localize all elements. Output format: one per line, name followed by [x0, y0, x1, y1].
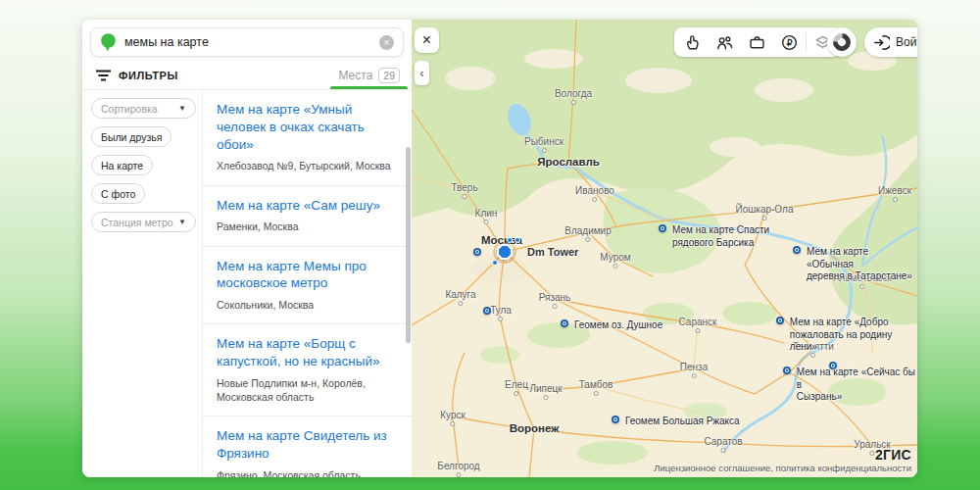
result-title: Мем на карте Свидетель из Фрязино [217, 427, 394, 463]
meme-marker-label: Геомем Большая Ржакса [625, 416, 740, 428]
svg-text:₽: ₽ [787, 37, 793, 47]
result-address: Раменки, Москва [217, 220, 394, 233]
result-address: Хлебозавод №9, Бутырский, Москва [217, 159, 394, 172]
2gis-wordmark[interactable]: 2ГИС [654, 447, 911, 463]
map-city-label: Саранск [679, 317, 717, 333]
map-city-label: Липецк [529, 383, 562, 400]
map-city-label: Вологда [555, 88, 592, 105]
hand-icon[interactable] [676, 27, 709, 57]
search-result-item[interactable]: Мем на карте «Борщ с капусткой, но не кр… [203, 323, 412, 416]
meme-marker-barsik[interactable]: Мем на карте Спасти рядового Барсика [659, 224, 769, 249]
poi-label-dm-tower[interactable]: Dm Tower [527, 246, 578, 258]
traffic-ring-icon [829, 29, 854, 54]
filters-label: ФИЛЬТРЫ [119, 70, 178, 81]
meme-marker-dushnoe[interactable]: Геомем оз. Душное [561, 319, 662, 332]
results-list: Мем на карте «Умный человек в очках скач… [202, 90, 412, 477]
meme-dot-marker[interactable] [507, 237, 513, 243]
map-city-label: Калуга [445, 289, 475, 306]
map-city-label: Клин [475, 208, 498, 224]
active-tab-indicator [330, 86, 408, 89]
meme-marker-tatarstan[interactable]: Мем на карте «Обычная деревня в Татарста… [793, 246, 917, 283]
filter-icon [96, 70, 111, 81]
tab-places-label: Места [338, 69, 372, 82]
map-city-label: Ижевск [878, 185, 911, 202]
map-city-label: Йошкар-Ола [736, 204, 794, 220]
meme-marker[interactable] [473, 248, 481, 256]
briefcase-icon[interactable] [741, 27, 773, 57]
sort-dropdown-label: Сортировка [101, 103, 158, 115]
login-icon [873, 34, 890, 51]
search-input[interactable] [124, 35, 371, 49]
meme-marker-rodina-leni[interactable]: Мем на карте «Добро пожаловать на родину… [776, 317, 917, 354]
map-city-label: Тверь [451, 182, 477, 199]
clear-search-icon[interactable]: × [379, 35, 394, 50]
filters-button[interactable]: ФИЛЬТРЫ [96, 61, 178, 89]
map-city-label: Рязань [539, 292, 571, 309]
search-result-item[interactable]: Мем на карте «Умный человек в очках скач… [203, 90, 412, 185]
ruble-icon[interactable]: ₽ [773, 27, 806, 57]
meme-marker-label: Геомем оз. Душное [574, 319, 662, 332]
people-icon[interactable] [709, 27, 741, 57]
result-address: Сокольники, Москва [217, 298, 394, 312]
chevron-down-icon: ▼ [178, 104, 186, 113]
search-panel: × ФИЛЬТРЫ Места 29 Сортировка [82, 20, 412, 477]
map-city-label: Тамбов [579, 379, 613, 396]
meme-marker-label: Мем на карте «Добро пожаловать на родину… [790, 317, 917, 354]
map-canvas[interactable]: Вологда Рыбинск Ярославль Иваново Тверь … [412, 20, 917, 477]
filter-chip-friends[interactable]: Были друзья [91, 126, 172, 147]
result-address: Новые Подлипки м-н, Королёв, Московская … [217, 376, 394, 404]
map-city-label: Тула [490, 305, 512, 321]
map-attribution: 2ГИС Лицензионное соглашение, политика к… [654, 447, 911, 473]
map-city-label: Елец [505, 379, 528, 396]
map-city-label: Иваново [575, 185, 614, 202]
result-title: Мем на карте Мемы про московское метро [217, 258, 394, 293]
search-row: × [82, 20, 412, 61]
search-box[interactable]: × [90, 27, 404, 57]
meme-marker-icon [612, 416, 619, 423]
map-city-label: Курск [440, 410, 466, 426]
map-city-label: Пенза [680, 362, 708, 378]
meme-marker-icon [659, 224, 666, 232]
meme-marker-icon [776, 317, 784, 324]
meme-marker[interactable] [483, 307, 491, 315]
map-city-label: Воронеж [510, 422, 560, 434]
meme-marker-label: Мем на карте Спасти рядового Барсика [672, 224, 769, 249]
map-toolbar: ₽ [674, 27, 841, 57]
license-links[interactable]: Лицензионное соглашение, политика конфид… [654, 463, 911, 473]
meme-marker-syzran[interactable]: Мем на карте «Сейчас бы в Сызрань» [783, 367, 917, 404]
search-result-item[interactable]: Мем на карте Мемы про московское метро С… [203, 246, 412, 324]
meme-dot-marker[interactable] [514, 237, 520, 243]
map-city-label: Владимир [564, 225, 612, 242]
collapse-panel-button[interactable]: ‹ [415, 61, 429, 85]
meme-marker-icon [793, 246, 801, 254]
meme-marker-rzhaksa[interactable]: Геомем Большая Ржакса [612, 416, 740, 428]
meme-marker-icon [561, 319, 568, 327]
meme-cluster-marker[interactable] [497, 244, 514, 261]
filter-chip-on-map[interactable]: На карте [91, 155, 153, 175]
tab-places[interactable]: Места 29 [326, 61, 412, 89]
traffic-ring-button[interactable] [827, 27, 857, 57]
map-city-label: Ярославль [537, 156, 600, 168]
list-scrollbar[interactable] [406, 147, 411, 343]
login-button[interactable]: Войти [864, 27, 917, 57]
result-title: Мем на карте «Сам решу» [217, 197, 394, 215]
sort-dropdown[interactable]: Сортировка ▼ [91, 98, 196, 119]
map-city-label: Муром [600, 252, 630, 269]
metro-dropdown[interactable]: Станция метро ▼ [91, 212, 196, 232]
panel-body: Сортировка ▼ Были друзья На карте С фото… [82, 90, 412, 477]
filters-column: Сортировка ▼ Были друзья На карте С фото… [82, 90, 202, 477]
metro-dropdown-label: Станция метро [101, 217, 173, 228]
meme-dot-marker[interactable] [492, 260, 498, 266]
tabs-row: ФИЛЬТРЫ Места 29 [82, 61, 412, 90]
close-panel-button[interactable]: × [415, 27, 439, 53]
result-address: Фрязино, Московская область [217, 468, 394, 477]
search-result-item[interactable]: Мем на карте Свидетель из Фрязино Фрязин… [203, 416, 412, 477]
app-window: × ФИЛЬТРЫ Места 29 Сортировка [82, 20, 917, 477]
filter-chip-with-photo[interactable]: С фото [91, 183, 145, 204]
search-result-item[interactable]: Мем на карте «Сам решу» Раменки, Москва [203, 185, 412, 246]
map-city-label: Белгород [437, 461, 479, 477]
meme-marker-label: Мем на карте «Сейчас бы в Сызрань» [797, 367, 917, 404]
login-label: Войти [896, 35, 917, 49]
result-title: Мем на карте «Борщ с капусткой, но не кр… [217, 335, 394, 370]
result-title: Мем на карте «Умный человек в очках скач… [217, 101, 394, 153]
